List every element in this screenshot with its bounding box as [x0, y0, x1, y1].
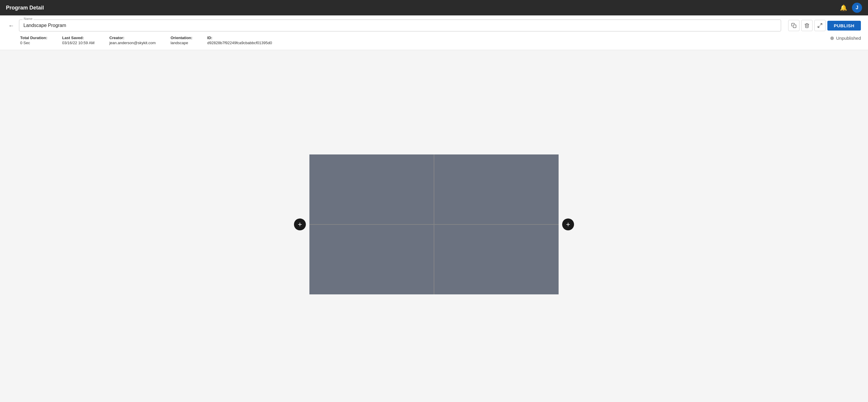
canvas-cell-top-left[interactable] [309, 155, 434, 224]
top-bar-actions: 🔔 J [840, 3, 862, 13]
meta-id: ID: d92828b7f92249fca9cbabbcf01395d0 [207, 36, 272, 45]
svg-line-1 [820, 24, 822, 25]
canvas-cell-bottom-left[interactable] [309, 225, 434, 294]
add-right-icon: + [566, 220, 570, 229]
name-field-wrapper: Name [19, 20, 781, 31]
program-canvas [309, 155, 559, 294]
page-title: Program Detail [6, 5, 44, 11]
meta-last-saved: Last Saved: 03/16/22 10:59 AM [62, 36, 94, 45]
total-duration-value: 0 Sec [20, 41, 47, 45]
total-duration-label: Total Duration: [20, 36, 47, 40]
meta-row: Total Duration: 0 Sec Last Saved: 03/16/… [7, 36, 861, 45]
canvas-container: + + [309, 155, 559, 294]
canvas-cell-bottom-right[interactable] [434, 225, 559, 294]
meta-total-duration: Total Duration: 0 Sec [20, 36, 47, 45]
add-left-button[interactable]: + [294, 219, 306, 230]
top-bar: Program Detail 🔔 J [0, 0, 868, 15]
last-saved-label: Last Saved: [62, 36, 94, 40]
last-saved-value: 03/16/22 10:59 AM [62, 41, 94, 45]
name-field-label: Name [23, 17, 33, 21]
bell-icon[interactable]: 🔔 [840, 4, 847, 11]
svg-rect-0 [793, 25, 796, 28]
creator-label: Creator: [110, 36, 156, 40]
avatar[interactable]: J [852, 3, 862, 13]
status-dot [830, 36, 834, 40]
copy-button[interactable] [788, 20, 800, 31]
header-toolbar: PUBLISH [788, 20, 861, 31]
main-content: + + [0, 50, 868, 399]
header-panel: ← Name [0, 15, 868, 50]
header-row1: ← Name [7, 20, 861, 31]
orientation-value: landscape [170, 41, 192, 45]
add-left-icon: + [298, 220, 302, 229]
back-button[interactable]: ← [7, 21, 16, 30]
expand-button[interactable] [814, 20, 826, 31]
orientation-label: Orientation: [170, 36, 192, 40]
meta-creator: Creator: jean.anderson@skykit.com [110, 36, 156, 45]
status-badge: Unpublished [836, 36, 861, 41]
id-label: ID: [207, 36, 272, 40]
delete-button[interactable] [801, 20, 812, 31]
meta-orientation: Orientation: landscape [170, 36, 192, 45]
creator-value: jean.anderson@skykit.com [110, 41, 156, 45]
svg-line-2 [818, 26, 819, 28]
name-input[interactable] [19, 20, 781, 31]
canvas-cell-top-right[interactable] [434, 155, 559, 224]
add-right-button[interactable]: + [562, 219, 574, 230]
status-area: Unpublished [830, 36, 861, 41]
id-value: d92828b7f92249fca9cbabbcf01395d0 [207, 41, 272, 45]
publish-button[interactable]: PUBLISH [827, 21, 861, 31]
